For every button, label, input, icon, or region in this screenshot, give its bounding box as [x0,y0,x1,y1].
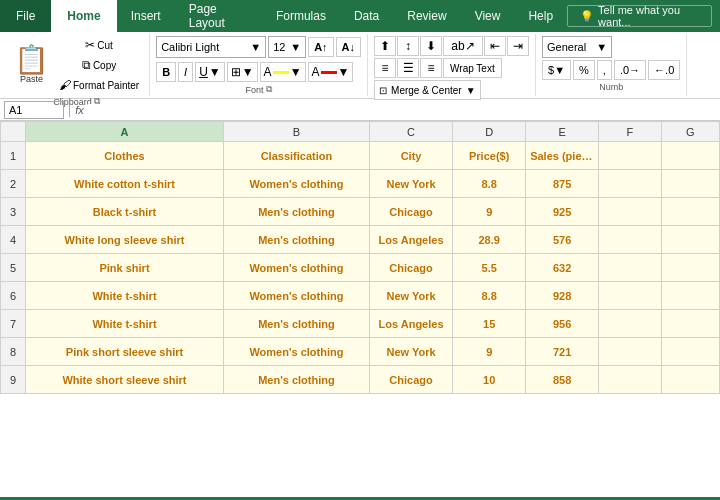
cell-g[interactable] [661,282,719,310]
indent-increase-button[interactable]: ⇥ [507,36,529,56]
cell-f[interactable] [599,198,662,226]
align-center-button[interactable]: ☰ [397,58,419,78]
insert-tab[interactable]: Insert [117,0,175,32]
cell-g[interactable] [661,170,719,198]
cell-e[interactable]: 721 [526,338,599,366]
tell-me-box[interactable]: 💡 Tell me what you want... [567,5,712,27]
row-num[interactable]: 3 [1,198,26,226]
cell-d[interactable]: Price($) [453,142,526,170]
align-top-button[interactable]: ⬆ [374,36,396,56]
page-layout-tab[interactable]: Page Layout [175,0,262,32]
font-color-button[interactable]: A ▼ [308,62,354,82]
row-num[interactable]: 6 [1,282,26,310]
font-size-selector[interactable]: 12 ▼ [268,36,306,58]
cell-d[interactable]: 9 [453,338,526,366]
currency-button[interactable]: $▼ [542,60,571,80]
cell-d[interactable]: 5.5 [453,254,526,282]
cell-c[interactable]: Los Angeles [369,310,452,338]
view-tab[interactable]: View [461,0,515,32]
cell-c[interactable]: Chicago [369,366,452,394]
cell-g[interactable] [661,254,719,282]
increase-font-button[interactable]: A↑ [308,37,333,57]
cell-c[interactable]: City [369,142,452,170]
align-middle-button[interactable]: ↕ [397,36,419,56]
cell-a[interactable]: Clothes [26,142,224,170]
col-e-header[interactable]: E [526,122,599,142]
row-num[interactable]: 2 [1,170,26,198]
comma-button[interactable]: , [597,60,612,80]
cell-d[interactable]: 10 [453,366,526,394]
cell-b[interactable]: Women's clothing [223,338,369,366]
spreadsheet[interactable]: A B C D E F G 1ClothesClassificationCity… [0,121,720,497]
cell-e[interactable]: Sales (pieces) [526,142,599,170]
cell-e[interactable]: 875 [526,170,599,198]
cell-a[interactable]: White t-shirt [26,310,224,338]
cell-d[interactable]: 28.9 [453,226,526,254]
cell-b[interactable]: Women's clothing [223,282,369,310]
wrap-text-button[interactable]: Wrap Text [443,58,502,78]
help-tab[interactable]: Help [514,0,567,32]
cell-g[interactable] [661,338,719,366]
cell-f[interactable] [599,282,662,310]
cell-b[interactable]: Men's clothing [223,310,369,338]
cell-e[interactable]: 925 [526,198,599,226]
cell-f[interactable] [599,366,662,394]
col-g-header[interactable]: G [661,122,719,142]
col-a-header[interactable]: A [26,122,224,142]
cell-b[interactable]: Men's clothing [223,226,369,254]
format-painter-button[interactable]: 🖌 Format Painter [55,76,143,94]
cell-b[interactable]: Women's clothing [223,170,369,198]
cell-reference-box[interactable]: A1 [4,101,64,119]
cell-d[interactable]: 15 [453,310,526,338]
cell-b[interactable]: Men's clothing [223,366,369,394]
col-d-header[interactable]: D [453,122,526,142]
align-right-button[interactable]: ≡ [420,58,442,78]
decrease-decimal-button[interactable]: ←.0 [648,60,680,80]
fill-color-button[interactable]: A ▼ [260,62,306,82]
increase-decimal-button[interactable]: .0→ [614,60,646,80]
cell-e[interactable]: 956 [526,310,599,338]
col-f-header[interactable]: F [599,122,662,142]
cell-c[interactable]: New York [369,282,452,310]
cell-a[interactable]: Pink short sleeve shirt [26,338,224,366]
row-num[interactable]: 7 [1,310,26,338]
cell-e[interactable]: 928 [526,282,599,310]
file-tab[interactable]: File [0,0,51,32]
row-num[interactable]: 5 [1,254,26,282]
cell-f[interactable] [599,170,662,198]
formulas-tab[interactable]: Formulas [262,0,340,32]
cell-b[interactable]: Men's clothing [223,198,369,226]
cell-c[interactable]: Chicago [369,254,452,282]
cell-g[interactable] [661,198,719,226]
number-format-selector[interactable]: General ▼ [542,36,612,58]
cell-c[interactable]: New York [369,170,452,198]
border-button[interactable]: ⊞ ▼ [227,62,258,82]
underline-button[interactable]: U ▼ [195,62,225,82]
row-num[interactable]: 9 [1,366,26,394]
paste-button[interactable]: 📋 Paste [10,44,53,86]
merge-center-button[interactable]: ⊡ Merge & Center ▼ [374,80,481,100]
cell-c[interactable]: Chicago [369,198,452,226]
review-tab[interactable]: Review [393,0,460,32]
cell-c[interactable]: New York [369,338,452,366]
font-expand-icon[interactable]: ⧉ [266,84,272,95]
cell-a[interactable]: White t-shirt [26,282,224,310]
copy-button[interactable]: ⧉ Copy [55,56,143,74]
cell-f[interactable] [599,142,662,170]
cell-d[interactable]: 8.8 [453,170,526,198]
data-tab[interactable]: Data [340,0,393,32]
cell-g[interactable] [661,226,719,254]
align-left-button[interactable]: ≡ [374,58,396,78]
cell-a[interactable]: Black t-shirt [26,198,224,226]
cell-f[interactable] [599,226,662,254]
decrease-font-button[interactable]: A↓ [336,37,361,57]
percent-button[interactable]: % [573,60,595,80]
row-num[interactable]: 4 [1,226,26,254]
cell-a[interactable]: White cotton t-shirt [26,170,224,198]
cell-e[interactable]: 632 [526,254,599,282]
cell-a[interactable]: Pink shirt [26,254,224,282]
indent-decrease-button[interactable]: ⇤ [484,36,506,56]
cell-c[interactable]: Los Angeles [369,226,452,254]
row-num[interactable]: 8 [1,338,26,366]
cell-g[interactable] [661,142,719,170]
